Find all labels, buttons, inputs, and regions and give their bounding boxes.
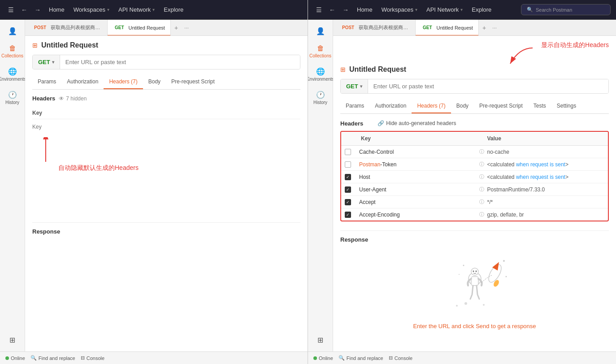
user-icon-right: 👤 <box>316 27 325 35</box>
info-host[interactable]: ⓘ <box>477 173 487 180</box>
find-replace-button[interactable]: 🔍 Find and replace <box>30 355 75 361</box>
workspaces-menu[interactable]: Workspaces ▾ <box>70 4 113 15</box>
sidebar-item-history[interactable]: 🕐 History <box>1 87 24 108</box>
console-button-right[interactable]: ⊟ Console <box>389 355 412 361</box>
method-selector[interactable]: GET ▾ <box>33 55 60 69</box>
svg-point-15 <box>503 260 505 262</box>
tab-pre-request-right[interactable]: Pre-request Script <box>474 99 528 113</box>
info-cache-control[interactable]: ⓘ <box>477 148 487 155</box>
sidebar-item-user[interactable]: 👤 <box>1 23 24 39</box>
rocket-svg <box>430 252 520 310</box>
checkbox-cache-control[interactable] <box>345 149 351 155</box>
find-replace-button-right[interactable]: 🔍 Find and replace <box>338 355 383 361</box>
api-network-menu-right[interactable]: API Network ▾ <box>423 4 466 15</box>
more-tabs-button-right[interactable]: ··· <box>490 23 499 33</box>
workspaces-menu-right[interactable]: Workspaces ▾ <box>378 4 421 15</box>
back-icon[interactable]: ← <box>18 4 30 15</box>
hamburger-icon-right[interactable]: ☰ <box>313 4 325 15</box>
hide-auto-headers-button[interactable]: 🔗 Hide auto-generated headers <box>377 119 456 127</box>
tab-tests-right[interactable]: Tests <box>528 99 551 113</box>
console-icon: ⊟ <box>81 355 85 361</box>
apps-icon-right: ⊞ <box>317 336 323 344</box>
auto-headers-table: Key Value Cache-Control ⓘ no-cache <box>340 131 609 221</box>
info-accept-encoding[interactable]: ⓘ <box>477 211 487 218</box>
environments-icon: 🌐 <box>8 67 17 76</box>
url-input-right[interactable] <box>368 79 608 93</box>
tab-get-request-right[interactable]: GET Untitled Request <box>416 20 479 36</box>
checkbox-accept[interactable] <box>345 199 351 205</box>
request-icon: ⊞ <box>32 42 38 49</box>
history-icon: 🕐 <box>8 91 17 99</box>
svg-point-4 <box>483 304 485 306</box>
checkbox-postman-token[interactable] <box>345 161 351 168</box>
sidebar-item-collections-right[interactable]: 🗑 Collections <box>309 41 332 62</box>
sidebar-item-history-right[interactable]: 🕐 History <box>309 87 332 108</box>
history-label-right: History <box>313 100 327 105</box>
tab-headers-right[interactable]: Headers (7) <box>412 99 451 113</box>
tab-get-request[interactable]: GET Untitled Request <box>108 20 171 36</box>
api-network-chevron-right: ▾ <box>460 7 463 12</box>
home-link[interactable]: Home <box>45 4 68 15</box>
sidebar-item-environments-right[interactable]: 🌐 Environments <box>309 64 332 85</box>
key-postman-token: Postman-Token <box>359 161 477 168</box>
tab-authorization[interactable]: Authorization <box>61 75 104 89</box>
tab-post-request-right[interactable]: POST 获取商品列表根据商品名 <box>335 20 416 36</box>
explore-link[interactable]: Explore <box>160 4 187 15</box>
info-postman-token[interactable]: ⓘ <box>477 161 487 168</box>
method-selector-right[interactable]: GET ▾ <box>341 79 368 93</box>
checkbox-host[interactable] <box>345 174 351 180</box>
add-tab-button-right[interactable]: + <box>479 22 490 33</box>
online-label-right: Online <box>319 355 333 361</box>
user-icon: 👤 <box>8 27 17 35</box>
workspaces-chevron-right: ▾ <box>415 7 417 12</box>
sidebar-item-apps[interactable]: ⊞ <box>1 332 24 348</box>
forward-icon-right[interactable]: → <box>340 4 351 15</box>
sidebar-item-user-right[interactable]: 👤 <box>309 23 332 39</box>
tab-authorization-right[interactable]: Authorization <box>369 99 412 113</box>
search-box[interactable]: 🔍 Search Postman <box>521 4 611 15</box>
search-icon: 🔍 <box>30 355 37 361</box>
apps-icon: ⊞ <box>9 336 15 344</box>
tab-body-right[interactable]: Body <box>451 99 474 113</box>
tab-params-right[interactable]: Params <box>340 99 369 113</box>
tab-headers[interactable]: Headers (7) <box>104 75 143 89</box>
hide-auto-label: Hide auto-generated headers <box>386 120 456 126</box>
console-button[interactable]: ⊟ Console <box>81 355 104 361</box>
header-row-accept: Accept ⓘ */* <box>341 196 608 208</box>
more-tabs-button[interactable]: ··· <box>182 23 191 33</box>
url-input[interactable] <box>60 55 300 69</box>
sidebar-item-apps-right[interactable]: ⊞ <box>309 332 332 348</box>
right-annotation-text: 显示自动生成的Headers <box>541 41 609 49</box>
key-input[interactable] <box>32 124 300 130</box>
key-cache-control: Cache-Control <box>359 149 477 155</box>
tab-pre-request[interactable]: Pre-request Script <box>166 75 220 89</box>
tab-params[interactable]: Params <box>32 75 61 89</box>
forward-icon[interactable]: → <box>32 4 43 15</box>
value-col-header: Value <box>487 135 603 142</box>
info-accept[interactable]: ⓘ <box>477 199 487 205</box>
sidebar-item-collections[interactable]: 🗑 Collections <box>1 41 24 62</box>
checkbox-user-agent[interactable] <box>345 186 351 193</box>
hidden-count: 7 hidden <box>66 95 87 102</box>
explore-link-right[interactable]: Explore <box>468 4 495 15</box>
arrow-up-svg <box>37 137 55 164</box>
hidden-headers-badge[interactable]: 👁 7 hidden <box>59 95 87 102</box>
svg-point-5 <box>456 305 458 307</box>
history-label: History <box>5 100 19 105</box>
tab-body[interactable]: Body <box>143 75 166 89</box>
api-network-chevron: ▾ <box>152 7 155 12</box>
back-icon-right[interactable]: ← <box>326 4 338 15</box>
info-user-agent[interactable]: ⓘ <box>477 186 487 193</box>
home-link-right[interactable]: Home <box>353 4 376 15</box>
sidebar-item-environments[interactable]: 🌐 Environments <box>1 64 24 85</box>
api-network-menu[interactable]: API Network ▾ <box>115 4 158 15</box>
svg-point-9 <box>475 271 477 272</box>
hamburger-icon[interactable]: ☰ <box>5 4 17 15</box>
tab-settings-right[interactable]: Settings <box>551 99 581 113</box>
value-user-agent: PostmanRuntime/7.33.0 <box>487 186 605 193</box>
add-tab-button[interactable]: + <box>171 22 182 33</box>
header-row-postman-token: Postman-Token ⓘ <calculated when request… <box>341 158 608 171</box>
tab-post-request[interactable]: POST 获取商品列表根据商品名 <box>27 20 108 36</box>
checkbox-accept-encoding[interactable] <box>345 212 351 218</box>
key-host: Host <box>359 174 477 180</box>
